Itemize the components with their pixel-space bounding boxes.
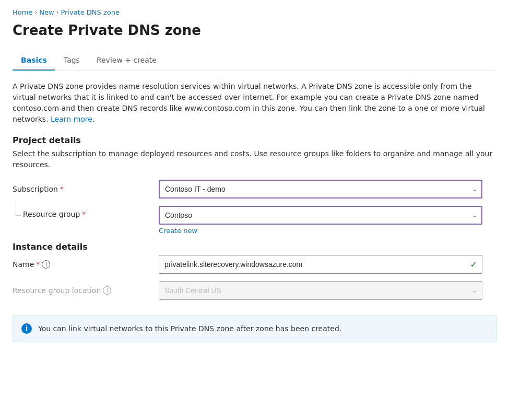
info-banner-icon: i xyxy=(21,323,32,334)
create-new-link[interactable]: Create new xyxy=(159,227,197,235)
tab-bar: Basics Tags Review + create xyxy=(13,51,496,71)
location-control: South Central US ⌄ xyxy=(159,281,482,300)
subscription-required-star: * xyxy=(60,185,64,193)
name-input[interactable] xyxy=(159,255,482,274)
breadcrumb-private-dns[interactable]: Private DNS zone xyxy=(61,8,120,16)
breadcrumb-home[interactable]: Home xyxy=(13,8,32,16)
breadcrumb-sep-2: › xyxy=(56,9,59,16)
info-banner-text: You can link virtual networks to this Pr… xyxy=(38,323,341,334)
location-select: South Central US xyxy=(159,281,482,300)
breadcrumb-new[interactable]: New xyxy=(39,8,54,16)
subscription-select[interactable]: Contoso IT - demo xyxy=(159,180,482,199)
project-details-description: Select the subscription to manage deploy… xyxy=(13,148,493,170)
resource-group-control: Contoso ⌄ Create new xyxy=(159,206,482,235)
name-required-star: * xyxy=(36,260,40,269)
resource-group-select[interactable]: Contoso xyxy=(159,206,482,225)
name-valid-icon: ✓ xyxy=(470,260,477,270)
location-select-wrapper: South Central US ⌄ xyxy=(159,281,482,300)
resource-group-required-star: * xyxy=(82,210,86,218)
breadcrumb: Home › New › Private DNS zone xyxy=(13,8,496,16)
info-banner: i You can link virtual networks to this … xyxy=(13,316,496,342)
name-control: ✓ xyxy=(159,255,482,274)
instance-details-section: Instance details Name * i ✓ Resource gro… xyxy=(13,242,496,300)
location-row: Resource group location i South Central … xyxy=(13,281,496,300)
instance-details-title: Instance details xyxy=(13,242,496,252)
name-label: Name * i xyxy=(13,260,159,269)
learn-more-link[interactable]: Learn more. xyxy=(51,115,94,123)
subscription-control: Contoso IT - demo ⌄ xyxy=(159,180,482,199)
resource-group-label: Resource group * xyxy=(23,210,86,218)
resource-group-select-wrapper: Contoso ⌄ xyxy=(159,206,482,225)
project-details-section: Project details Select the subscription … xyxy=(13,135,496,235)
location-label: Resource group location i xyxy=(13,286,159,295)
name-input-wrapper: ✓ xyxy=(159,255,482,274)
description-text: A Private DNS zone provides name resolut… xyxy=(13,81,493,125)
subscription-select-wrapper: Contoso IT - demo ⌄ xyxy=(159,180,482,199)
location-info-icon: i xyxy=(103,286,111,295)
name-row: Name * i ✓ xyxy=(13,255,496,274)
breadcrumb-sep-1: › xyxy=(34,9,37,16)
name-info-icon: i xyxy=(42,260,50,269)
project-details-title: Project details xyxy=(13,135,496,145)
tab-basics[interactable]: Basics xyxy=(13,51,55,71)
page-title: Create Private DNS zone xyxy=(13,22,496,38)
subscription-row: Subscription * Contoso IT - demo ⌄ xyxy=(13,180,496,199)
resource-group-row: Resource group * Contoso ⌄ Create new xyxy=(13,206,496,235)
tab-tags[interactable]: Tags xyxy=(55,51,88,71)
tab-review-create[interactable]: Review + create xyxy=(88,51,165,71)
subscription-label: Subscription * xyxy=(13,185,159,193)
